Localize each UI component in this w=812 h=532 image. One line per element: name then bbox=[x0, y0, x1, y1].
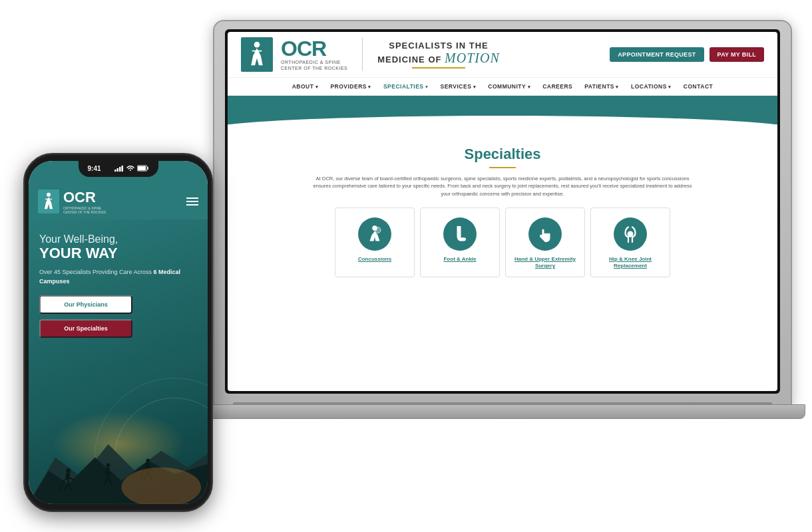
svg-rect-7 bbox=[119, 167, 121, 172]
hero-teal-banner bbox=[228, 96, 777, 132]
specialties-underline bbox=[489, 167, 516, 168]
nav-about[interactable]: ABOUT bbox=[292, 83, 319, 90]
svg-text:!: ! bbox=[376, 228, 377, 232]
tagline-line1: SPECIALISTS IN THE bbox=[377, 41, 500, 51]
tagline: SPECIALISTS IN THE MEDICINE OF motion bbox=[377, 41, 500, 68]
spec-card-hip-knee[interactable]: Hip & Knee Joint Replacement bbox=[590, 207, 670, 277]
phone-time: 9:41 bbox=[88, 165, 101, 172]
laptop: OCR ORTHOPAEDIC & SPINE CENTER OF THE RO… bbox=[213, 20, 792, 472]
appointment-request-button[interactable]: Appointment Request bbox=[610, 47, 704, 62]
specialties-cards: ! Concussions bbox=[248, 207, 757, 277]
site-nav: ABOUT PROVIDERS SPECIALTIES SERVICES COM… bbox=[228, 78, 777, 96]
spec-card-foot-ankle[interactable]: Foot & Ankle bbox=[420, 207, 500, 277]
svg-point-4 bbox=[628, 231, 634, 237]
svg-rect-10 bbox=[138, 166, 146, 170]
phone-app-header: OCR ORTHOPAEDIC & SPINE CENTER OF THE RO… bbox=[29, 185, 208, 219]
phone-logo-box bbox=[38, 190, 59, 213]
concussions-label: Concussions bbox=[358, 256, 391, 263]
hero-line2: YOUR WAY bbox=[39, 245, 197, 261]
hamburger-line-3 bbox=[186, 204, 198, 205]
phone-screen: OCR ORTHOPAEDIC & SPINE CENTER OF THE RO… bbox=[29, 161, 208, 504]
phone-cta-buttons: Our Physicians Our Specialties bbox=[39, 295, 132, 338]
phone-hero: Your Well-Being, YOUR WAY Over 45 Specia… bbox=[29, 219, 208, 504]
svg-rect-6 bbox=[116, 168, 118, 172]
hand-figure bbox=[535, 224, 555, 244]
hamburger-line-2 bbox=[186, 201, 198, 202]
svg-rect-8 bbox=[121, 166, 123, 172]
phone-app: OCR ORTHOPAEDIC & SPINE CENTER OF THE RO… bbox=[29, 161, 208, 504]
specialties-title: Specialties bbox=[248, 146, 757, 163]
laptop-base bbox=[200, 404, 805, 419]
hip-knee-figure bbox=[620, 224, 640, 244]
svg-rect-28 bbox=[106, 468, 110, 473]
logo-area: OCR ORTHOPAEDIC & SPINE CENTER OF THE RO… bbox=[241, 37, 500, 72]
logo-ocr-text: OCR bbox=[281, 38, 347, 59]
logo-icon bbox=[241, 37, 273, 72]
our-specialties-button[interactable]: Our Specialties bbox=[39, 319, 132, 338]
phone-hero-text: Your Well-Being, YOUR WAY Over 45 Specia… bbox=[39, 233, 197, 338]
laptop-body: OCR ORTHOPAEDIC & SPINE CENTER OF THE RO… bbox=[213, 20, 792, 406]
svg-point-11 bbox=[47, 193, 51, 197]
site-header: OCR ORTHOPAEDIC & SPINE CENTER OF THE RO… bbox=[228, 32, 777, 78]
ocr-figure-icon bbox=[247, 41, 267, 68]
hamburger-menu-button[interactable] bbox=[186, 198, 198, 205]
tagline-line2: MEDICINE OF motion bbox=[377, 51, 500, 66]
svg-point-14 bbox=[66, 469, 71, 473]
foot-ankle-icon bbox=[443, 217, 477, 251]
hero-line1: Your Well-Being, bbox=[39, 233, 197, 245]
svg-point-29 bbox=[146, 459, 150, 463]
hip-knee-label: Hip & Knee Joint Replacement bbox=[598, 256, 663, 270]
logo-divider bbox=[362, 38, 363, 71]
battery-icon bbox=[137, 165, 149, 172]
svg-point-0 bbox=[254, 42, 260, 48]
hand-label: Hand & Upper Extremity Surgery bbox=[512, 256, 578, 270]
phone-logo-icon bbox=[42, 192, 55, 211]
laptop-bezel: OCR ORTHOPAEDIC & SPINE CENTER OF THE RO… bbox=[225, 29, 780, 394]
logo-text: OCR ORTHOPAEDIC & SPINE CENTER OF THE RO… bbox=[281, 38, 347, 71]
website: OCR ORTHOPAEDIC & SPINE CENTER OF THE RO… bbox=[228, 32, 777, 391]
nav-careers[interactable]: CAREERS bbox=[542, 83, 572, 90]
svg-point-22 bbox=[106, 464, 110, 467]
nav-services[interactable]: SERVICES bbox=[441, 83, 477, 90]
phone-notch: 9:41 bbox=[79, 160, 158, 177]
phone: 9:41 bbox=[23, 153, 213, 512]
nav-specialties[interactable]: SPECIALTIES bbox=[383, 83, 429, 90]
tagline-underline bbox=[412, 67, 465, 68]
phone-status-icons bbox=[114, 165, 149, 172]
nav-patients[interactable]: PATIENTS bbox=[584, 83, 619, 90]
scene: OCR ORTHOPAEDIC & SPINE CENTER OF THE RO… bbox=[0, 0, 812, 532]
hamburger-line-1 bbox=[186, 198, 198, 199]
concussions-icon: ! bbox=[358, 217, 391, 251]
specialties-description: At OCR, our diverse team of board-certif… bbox=[309, 175, 696, 198]
svg-rect-5 bbox=[114, 170, 116, 172]
spec-card-concussions[interactable]: ! Concussions bbox=[335, 207, 415, 277]
nav-community[interactable]: COMMUNITY bbox=[488, 83, 530, 90]
wifi-icon bbox=[126, 165, 134, 172]
phone-ocr-subtitle: ORTHOPAEDIC & SPINE CENTER OF THE ROCKIE… bbox=[63, 206, 106, 214]
nav-contact[interactable]: CONTACT bbox=[684, 83, 713, 90]
our-physicians-button[interactable]: Our Physicians bbox=[39, 295, 132, 314]
nav-locations[interactable]: LOCATIONS bbox=[631, 83, 672, 90]
concussions-figure: ! bbox=[365, 224, 385, 244]
foot-figure bbox=[450, 224, 470, 244]
laptop-screen: OCR ORTHOPAEDIC & SPINE CENTER OF THE RO… bbox=[228, 32, 777, 391]
specialties-section: Specialties At OCR, our diverse team of … bbox=[228, 132, 777, 287]
svg-rect-20 bbox=[66, 473, 70, 479]
signal-icon bbox=[114, 165, 124, 172]
spec-card-hand[interactable]: Hand & Upper Extremity Surgery bbox=[505, 207, 585, 277]
pay-my-bill-button[interactable]: Pay My Bill bbox=[710, 47, 764, 62]
hikers-silhouette bbox=[29, 424, 208, 504]
header-buttons: Appointment Request Pay My Bill bbox=[610, 47, 764, 62]
hero-description: Over 45 Specialists Providing Care Acros… bbox=[39, 268, 197, 286]
logo-subtitle: ORTHOPAEDIC & SPINE CENTER OF THE ROCKIE… bbox=[281, 59, 347, 71]
phone-ocr-text: OCR bbox=[63, 189, 106, 206]
svg-rect-35 bbox=[145, 464, 149, 469]
nav-providers[interactable]: PROVIDERS bbox=[330, 83, 371, 90]
foot-ankle-label: Foot & Ankle bbox=[443, 256, 476, 263]
phone-logo-area: OCR ORTHOPAEDIC & SPINE CENTER OF THE RO… bbox=[38, 189, 106, 214]
hand-icon bbox=[528, 217, 562, 251]
phone-logo-text: OCR ORTHOPAEDIC & SPINE CENTER OF THE RO… bbox=[63, 189, 106, 214]
svg-point-2 bbox=[375, 227, 381, 233]
hip-knee-icon bbox=[614, 217, 647, 251]
